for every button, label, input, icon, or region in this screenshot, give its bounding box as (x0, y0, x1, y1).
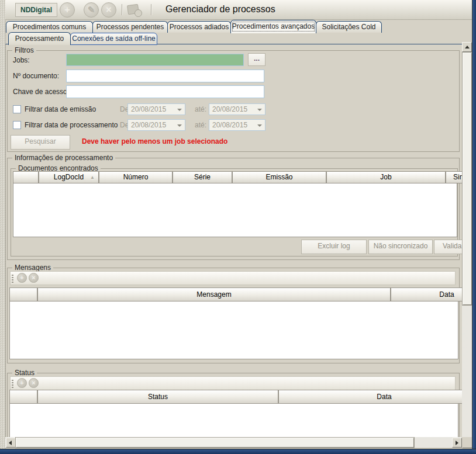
messages-remove-icon[interactable]: × (29, 273, 39, 283)
access-key-label: Chave de acesso: (13, 88, 69, 96)
access-key-input[interactable] (66, 85, 264, 98)
filters-legend: Filtros (12, 46, 36, 54)
search-button[interactable]: Pesquisar (11, 135, 70, 150)
emission-from-value: 20/08/2015 (131, 105, 166, 113)
status-col-selector[interactable] (9, 390, 37, 404)
cancel-icon[interactable]: × (101, 2, 116, 18)
window-border-right (472, 0, 476, 454)
filter-processing-checkbox[interactable] (13, 121, 21, 129)
tab-processos-adiados[interactable]: Processos adiados (167, 21, 231, 33)
validation-warning-text: Deve haver pelo menos um job selecionado (82, 137, 227, 145)
messages-toolbar (10, 271, 456, 285)
scroll-left-button[interactable] (6, 438, 16, 448)
edit-pencil-icon[interactable]: ✎ (84, 2, 99, 18)
scroll-up-button[interactable] (462, 42, 472, 52)
status-legend: Status (12, 369, 37, 377)
docs-col-serie[interactable]: Série (173, 171, 232, 183)
docs-col-selector[interactable] (13, 171, 39, 183)
scrollbar-corner (462, 437, 472, 448)
delete-log-button[interactable]: Excluir log (301, 240, 367, 254)
docs-col-sincronizado[interactable]: Sin (446, 171, 462, 183)
emission-until-value: 20/08/2015 (212, 105, 247, 113)
processing-info-legend: Informações de processamento (12, 154, 115, 162)
brand-logo: NDDigital (15, 3, 57, 17)
toolbar-separator (151, 4, 151, 15)
window-border-bottom (0, 449, 476, 454)
arrow-up-icon (465, 46, 470, 48)
jobs-field[interactable] (66, 54, 244, 66)
jobs-label: Jobs: (13, 56, 30, 64)
emission-from-datepicker[interactable]: 20/08/2015 (127, 103, 185, 115)
messages-grid-body[interactable] (9, 301, 458, 359)
status-col-status[interactable]: Status (37, 390, 278, 404)
status-add-icon[interactable]: + (17, 378, 27, 388)
tab-solicitacoes-cold[interactable]: Solicitações Cold (316, 21, 382, 33)
process-icon-badge (134, 9, 142, 17)
chevron-down-icon (177, 124, 182, 127)
horizontal-scrollbar-thumb[interactable] (16, 438, 414, 448)
tab-procedimentos-comuns[interactable]: Procedimentos comuns (6, 21, 93, 33)
tab-processos-pendentes[interactable]: Processos pendentes (92, 21, 168, 33)
emission-until-label: até: (195, 105, 206, 113)
documents-grid-body[interactable] (13, 183, 457, 237)
scroll-right-button[interactable] (452, 438, 462, 448)
docs-col-logdocid[interactable]: LogDocId ▲ (39, 171, 99, 183)
toolbar-separator (122, 4, 122, 15)
messages-col-selector[interactable] (9, 287, 37, 301)
tab-procedimentos-avancados[interactable]: Procedimentos avançados (230, 20, 316, 33)
sort-ascending-icon: ▲ (90, 172, 95, 183)
messages-legend: Mensagens (12, 264, 53, 272)
toolbar-grip-icon[interactable] (12, 273, 13, 283)
docs-col-logdocid-label: LogDocId (54, 173, 84, 181)
processing-until-datepicker[interactable]: 20/08/2015 (209, 119, 265, 131)
processing-until-value: 20/08/2015 (212, 121, 247, 129)
not-synchronized-button[interactable]: Não sincronizado (368, 240, 433, 254)
messages-add-icon[interactable]: + (17, 273, 27, 283)
docs-col-numero[interactable]: Número (99, 171, 173, 183)
filter-emission-checkbox[interactable] (13, 105, 21, 113)
messages-col-date[interactable]: Data (391, 287, 462, 301)
docs-col-job[interactable]: Job (326, 171, 446, 183)
add-icon[interactable]: + (60, 2, 75, 18)
status-col-date[interactable]: Data (278, 390, 462, 404)
validate-button[interactable]: Validar (434, 240, 462, 254)
vertical-scrollbar-thumb[interactable] (463, 53, 472, 305)
docs-col-emissao[interactable]: Emissão (232, 171, 326, 183)
toolbar-grip-icon[interactable] (12, 379, 13, 388)
processing-from-datepicker[interactable]: 20/08/2015 (127, 119, 185, 131)
processing-until-label: até: (195, 121, 206, 129)
document-number-input[interactable] (66, 70, 264, 82)
app-window: NDDigital + ✎ × Gerenciador de processos… (0, 0, 476, 454)
filter-emission-label: Filtrar data de emissão (25, 105, 96, 113)
filter-processing-label: Filtrar data de processamento (25, 121, 118, 129)
arrow-left-icon (9, 441, 12, 445)
emission-until-datepicker[interactable]: 20/08/2015 (209, 103, 265, 115)
arrow-right-icon (456, 441, 458, 445)
chevron-down-icon (257, 124, 262, 127)
page-title: Gerenciador de processos (165, 4, 275, 15)
status-remove-icon[interactable]: × (29, 378, 39, 388)
messages-col-message[interactable]: Mensagem (37, 287, 391, 301)
tab-conexoes-saida-offline[interactable]: Conexões de saída off-line (70, 33, 157, 45)
status-toolbar (10, 376, 456, 390)
document-number-label: Nº documento: (13, 72, 59, 80)
chevron-down-icon (177, 109, 182, 111)
jobs-browse-button[interactable]: ... (248, 53, 265, 66)
tab-page-content: Filtros Jobs: ... Nº documento: Chave de… (5, 44, 462, 437)
processing-from-value: 20/08/2015 (131, 121, 166, 129)
tab-processamento[interactable]: Processamento (8, 32, 71, 45)
status-grid-body[interactable] (9, 404, 458, 437)
chevron-down-icon (257, 109, 262, 111)
